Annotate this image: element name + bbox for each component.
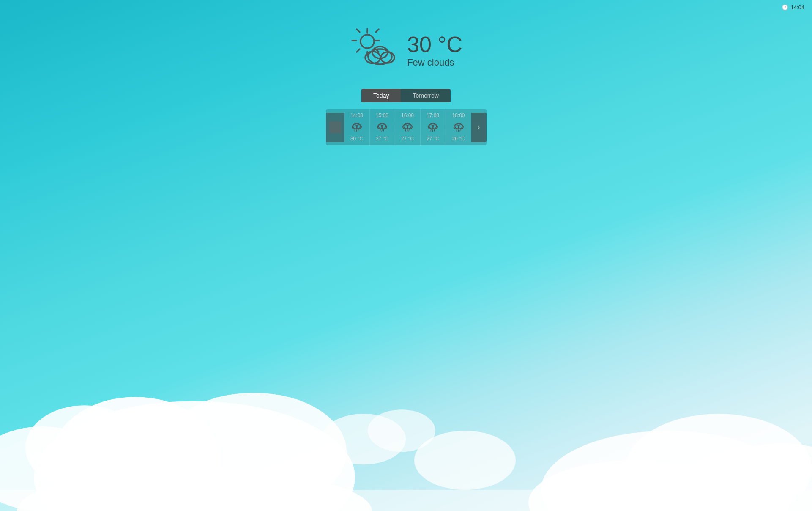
svg-point-4	[25, 405, 144, 490]
condition: Few clouds	[407, 57, 462, 68]
svg-point-9	[528, 460, 740, 511]
forecast-item-0: 14:00 30 °C	[344, 109, 370, 145]
svg-line-51	[434, 129, 435, 131]
weather-info: 30 °C Few clouds	[407, 33, 462, 68]
forecast-icon-0	[351, 121, 362, 134]
forecast-items: 14:00 30 °C 15:00	[344, 109, 471, 145]
forecast-temp-1: 27 °C	[376, 136, 388, 142]
forecast-item-2: 16:00 27 °C	[395, 109, 421, 145]
svg-point-22	[361, 35, 374, 48]
svg-line-20	[357, 49, 360, 52]
clock-icon: 🕐	[782, 4, 788, 11]
svg-line-44	[407, 130, 407, 132]
forecast-container: 14:00 30 °C 15:00	[326, 109, 487, 145]
forecast-item-1: 15:00 27 °C	[370, 109, 395, 145]
svg-line-57	[460, 129, 460, 131]
svg-point-12	[368, 409, 435, 452]
temperature: 30 °C	[407, 33, 462, 55]
svg-point-11	[321, 414, 406, 464]
forecast-prev-button	[326, 113, 344, 142]
weather-widget: 30 °C Few clouds Today Tomorrow 14:00	[326, 25, 487, 145]
forecast-icon-4	[453, 121, 464, 134]
svg-point-1	[51, 397, 220, 511]
tab-today[interactable]: Today	[361, 89, 401, 102]
svg-rect-10	[0, 490, 812, 511]
svg-point-13	[414, 431, 516, 490]
svg-line-55	[457, 129, 457, 131]
forecast-item-4: 18:00 26 °C	[446, 109, 471, 145]
forecast-time-2: 16:00	[401, 113, 414, 118]
forecast-temp-4: 26 °C	[452, 136, 465, 142]
svg-point-2	[161, 393, 347, 511]
svg-point-6	[541, 431, 795, 511]
forecast-temp-2: 27 °C	[401, 136, 414, 142]
svg-line-33	[358, 129, 358, 131]
svg-line-45	[409, 129, 409, 131]
time-display: 🕐 14:04	[782, 4, 804, 11]
svg-line-31	[355, 129, 355, 131]
svg-line-39	[383, 129, 384, 131]
forecast-time-4: 18:00	[452, 113, 465, 118]
svg-line-32	[356, 130, 357, 132]
forecast-temp-3: 27 °C	[427, 136, 439, 142]
svg-point-5	[0, 426, 110, 511]
weather-icon-large	[350, 25, 400, 76]
svg-line-19	[376, 29, 379, 32]
svg-line-38	[382, 130, 382, 132]
forecast-time-0: 14:00	[350, 113, 363, 118]
svg-point-8	[706, 443, 812, 511]
svg-line-18	[357, 29, 360, 32]
clock-time: 14:04	[790, 4, 804, 11]
svg-line-49	[431, 129, 431, 131]
prev-icon	[329, 121, 341, 133]
current-weather: 30 °C Few clouds	[350, 25, 462, 76]
forecast-icon-1	[377, 121, 388, 134]
svg-line-43	[405, 129, 406, 131]
forecast-time-1: 15:00	[376, 113, 388, 118]
forecast-item-3: 17:00 27 °C	[421, 109, 446, 145]
forecast-next-button[interactable]: ›	[471, 113, 487, 142]
tab-bar: Today Tomorrow	[361, 89, 451, 102]
forecast-time-3: 17:00	[427, 113, 439, 118]
svg-point-3	[17, 469, 372, 511]
svg-line-56	[458, 130, 459, 132]
svg-point-0	[34, 401, 355, 511]
svg-point-7	[626, 414, 812, 511]
tab-tomorrow[interactable]: Tomorrow	[401, 89, 450, 102]
forecast-icon-2	[402, 121, 413, 134]
forecast-temp-0: 30 °C	[350, 136, 363, 142]
forecast-icon-3	[427, 121, 438, 134]
svg-line-37	[380, 129, 380, 131]
svg-line-50	[432, 130, 433, 132]
